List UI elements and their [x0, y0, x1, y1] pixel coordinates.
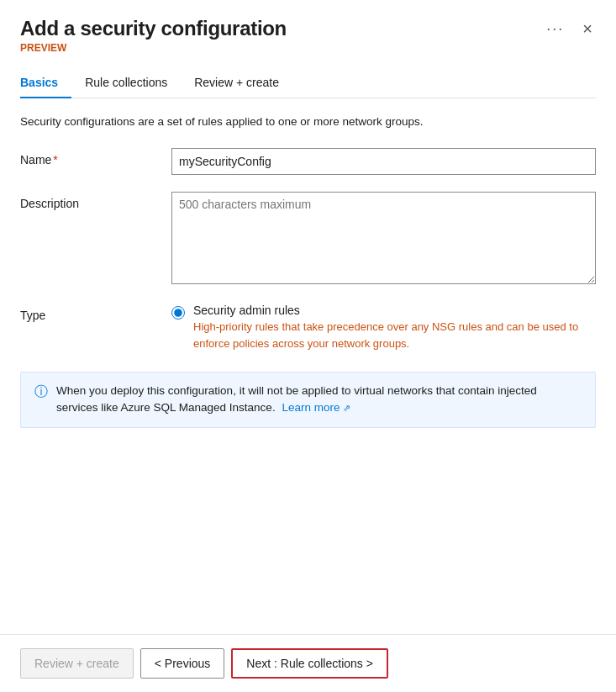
- dialog-body: Security configurations are a set of rul…: [0, 98, 616, 634]
- name-label: Name*: [20, 148, 171, 166]
- description-input[interactable]: [171, 192, 596, 284]
- title-actions: ··· ×: [541, 18, 596, 40]
- info-box: ⓘ When you deploy this configuration, it…: [20, 372, 596, 428]
- tab-basics[interactable]: Basics: [20, 67, 71, 98]
- name-field-wrap: [171, 148, 596, 175]
- type-label: Type: [20, 304, 171, 322]
- dialog-header: Add a security configuration ··· × PREVI…: [0, 0, 616, 98]
- dialog-title: Add a security configuration: [20, 17, 287, 40]
- preview-badge: PREVIEW: [20, 42, 596, 54]
- description-field-row: Description: [20, 192, 596, 287]
- review-create-button: Review + create: [20, 648, 134, 679]
- close-button[interactable]: ×: [579, 18, 596, 39]
- radio-option-description: High-priority rules that take precedence…: [193, 319, 596, 351]
- form-subtitle: Security configurations are a set of rul…: [20, 115, 596, 128]
- title-row: Add a security configuration ··· ×: [20, 17, 596, 40]
- security-admin-rules-option: Security admin rules High-priority rules…: [171, 304, 596, 351]
- tabs-nav: Basics Rule collections Review + create: [20, 67, 596, 98]
- tab-rule-collections[interactable]: Rule collections: [71, 67, 181, 98]
- dialog-footer: Review + create < Previous Next : Rule c…: [0, 634, 616, 692]
- type-options: Security admin rules High-priority rules…: [171, 304, 596, 355]
- description-field-wrap: [171, 192, 596, 287]
- info-icon: ⓘ: [34, 383, 48, 401]
- name-field-row: Name*: [20, 148, 596, 175]
- external-link-icon: ⇗: [343, 403, 350, 413]
- learn-more-link[interactable]: Learn more ⇗: [282, 401, 350, 414]
- description-label: Description: [20, 192, 171, 210]
- name-required-star: *: [53, 153, 57, 166]
- name-input[interactable]: [171, 148, 596, 175]
- add-security-config-dialog: Add a security configuration ··· × PREVI…: [0, 0, 616, 692]
- tab-review-create[interactable]: Review + create: [181, 67, 292, 98]
- previous-button[interactable]: < Previous: [140, 648, 225, 679]
- type-field-row: Type Security admin rules High-priority …: [20, 304, 596, 355]
- security-admin-rules-radio[interactable]: [171, 306, 185, 320]
- info-text: When you deploy this configuration, it w…: [56, 383, 582, 417]
- ellipsis-button[interactable]: ···: [541, 18, 569, 40]
- next-button[interactable]: Next : Rule collections >: [231, 648, 388, 679]
- radio-option-label: Security admin rules: [193, 304, 596, 317]
